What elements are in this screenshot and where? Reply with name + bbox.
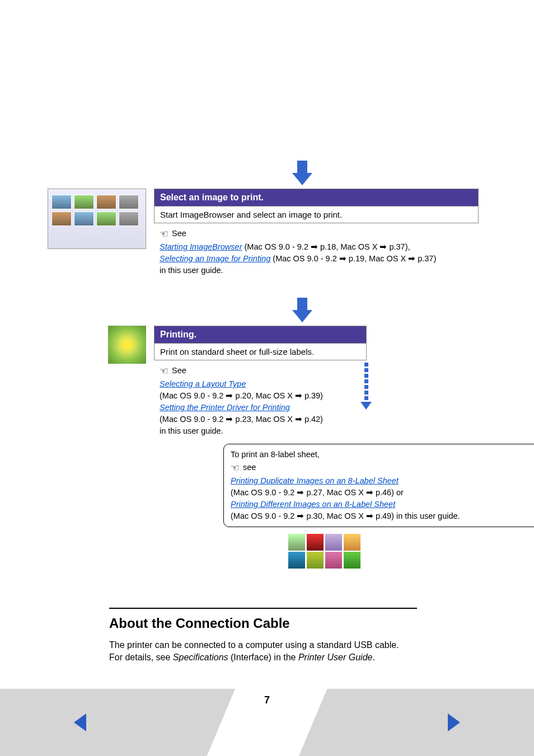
step-printing: Printing. Print on standard sheet or ful…	[48, 326, 479, 440]
link-printer-driver[interactable]: Setting the Printer Driver for Printing	[160, 403, 290, 412]
arrow-down-icon	[292, 310, 312, 322]
step-description: Print on standard sheet or full-size lab…	[154, 343, 367, 360]
footer-bar-right	[299, 689, 534, 756]
label-sheet-icon	[288, 534, 361, 569]
thumbnail-browser	[48, 189, 146, 249]
ref-text: (Mac OS 9.0 - 9.2 ➡ p.30, Mac OS X ➡ p.4…	[231, 511, 460, 520]
step-select-image: Select an image to print. Start ImageBro…	[48, 189, 479, 280]
callout-intro: To print an 8-label sheet,	[231, 449, 534, 461]
see-references: ☞ See Starting ImageBrowser (Mac OS 9.0 …	[154, 223, 479, 280]
page-footer: 7	[0, 689, 534, 756]
callout-8label: To print an 8-label sheet, ☞ see Printin…	[223, 444, 534, 527]
dotted-arrow-icon	[361, 363, 371, 410]
thumbnail-flower	[48, 326, 146, 364]
section-paragraph: The printer can be connected to a comput…	[109, 639, 484, 663]
flow-arrow	[154, 157, 451, 185]
ref-text: (Mac OS 9.0 - 9.2 ➡ p.20, Mac OS X ➡ p.3…	[160, 391, 323, 400]
ref-text: (Mac OS 9.0 - 9.2 ➡ p.19, Mac OS X ➡ p.3…	[270, 254, 436, 263]
link-layout-type[interactable]: Selecting a Layout Type	[160, 379, 246, 388]
link-starting-imagebrowser[interactable]: Starting ImageBrowser	[160, 242, 242, 251]
pointer-icon: ☞	[160, 364, 168, 378]
ref-text: (Mac OS 9.0 - 9.2 ➡ p.27, Mac OS X ➡ p.4…	[231, 488, 404, 497]
see-label: see	[243, 463, 256, 472]
browser-window-icon	[48, 189, 146, 249]
section-heading: About the Connection Cable	[109, 616, 479, 631]
link-selecting-image[interactable]: Selecting an Image for Printing	[160, 254, 270, 263]
step-heading: Printing.	[154, 326, 367, 343]
ref-text: (Mac OS 9.0 - 9.2 ➡ p.18, Mac OS X ➡ p.3…	[242, 242, 410, 251]
next-page-button[interactable]	[448, 713, 460, 731]
prev-page-button[interactable]	[74, 713, 86, 731]
see-references: ☞ See Selecting a Layout Type (Mac OS 9.…	[154, 360, 367, 440]
footer-bar-left	[0, 689, 235, 756]
section-rule	[109, 608, 417, 609]
flow-arrow	[154, 294, 451, 322]
pointer-icon: ☞	[231, 461, 240, 475]
see-label: See	[172, 229, 186, 238]
tail-text: in this user guide.	[160, 266, 223, 275]
link-duplicate-images[interactable]: Printing Duplicate Images on an 8-Label …	[231, 476, 399, 485]
link-different-images[interactable]: Printing Different Images on an 8-Label …	[231, 500, 395, 509]
flower-image-icon	[108, 326, 146, 364]
ref-text: (Mac OS 9.0 - 9.2 ➡ p.23, Mac OS X ➡ p.4…	[160, 415, 323, 424]
tail-text: in this user guide.	[160, 426, 223, 435]
pointer-icon: ☞	[160, 227, 168, 241]
page-number: 7	[264, 694, 270, 706]
arrow-down-icon	[292, 173, 312, 185]
step-heading: Select an image to print.	[154, 189, 479, 206]
see-label: See	[172, 366, 186, 375]
step-description: Start ImageBrowser and select an image t…	[154, 206, 479, 223]
